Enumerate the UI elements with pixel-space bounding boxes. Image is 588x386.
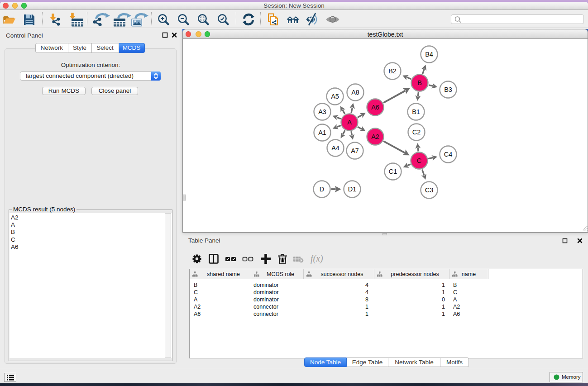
svg-text:C: C [417,157,421,164]
svg-text:B4: B4 [425,51,433,58]
svg-text:D1: D1 [348,186,357,193]
svg-text:A3: A3 [318,108,326,115]
svg-text:D: D [320,186,324,193]
svg-text:A1: A1 [318,129,326,136]
svg-text:C3: C3 [425,186,434,194]
svg-text:A5: A5 [331,93,339,100]
svg-text:C2: C2 [412,129,421,136]
svg-text:A4: A4 [331,144,339,152]
svg-text:C4: C4 [444,151,453,158]
svg-text:A2: A2 [371,133,379,140]
svg-text:B3: B3 [444,86,452,93]
svg-text:B2: B2 [388,67,397,75]
svg-text:A8: A8 [351,89,359,96]
svg-text:A6: A6 [371,104,379,111]
svg-text:A: A [347,119,352,126]
svg-text:B1: B1 [412,108,420,115]
svg-text:A7: A7 [351,147,359,154]
svg-text:C1: C1 [389,168,397,175]
svg-text:B: B [417,79,422,86]
